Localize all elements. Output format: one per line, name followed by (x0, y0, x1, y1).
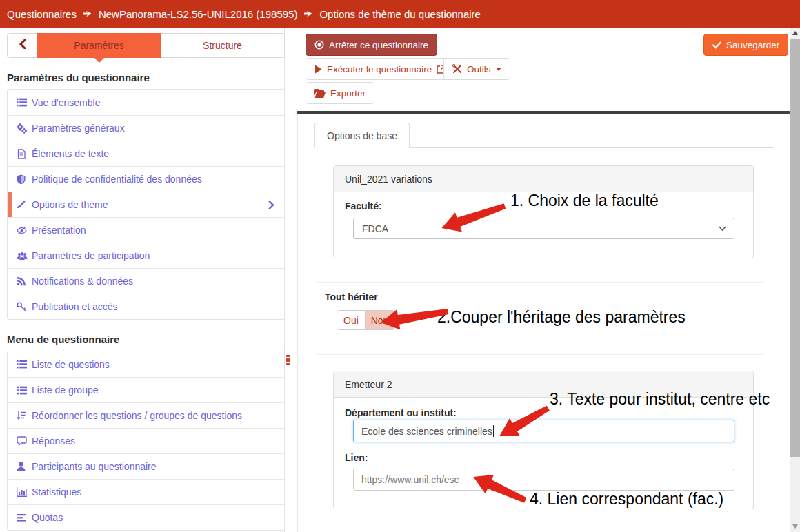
eye-slash-icon (17, 226, 32, 235)
department-label: Département ou institut: (345, 407, 457, 418)
sidebar-item-liste-de-groupe[interactable]: Liste de groupe (8, 377, 284, 402)
section-divider (317, 282, 763, 283)
export-label: Exporter (330, 88, 366, 99)
sidebar-menu-list: Liste de questions Liste de groupe Réord… (7, 351, 285, 531)
users-icon (17, 252, 32, 260)
sidebar-item-participants[interactable]: Participants au questionnaire (8, 453, 284, 479)
arrow-right-icon (303, 9, 313, 19)
link-input-value: https://www.unil.ch/esc (361, 474, 459, 485)
annotation-1: 1. Choix de la faculté (510, 192, 659, 210)
caret-down-icon (496, 68, 501, 71)
stop-record-icon (314, 40, 324, 50)
inherit-all-label: Tout hériter (325, 291, 378, 303)
sidebar-item-politique-confidentialite[interactable]: Politique de confidentialité des données (8, 166, 284, 192)
folder-open-icon (314, 89, 326, 98)
tab-options-de-base-label: Options de base (327, 130, 397, 141)
tools-label: Outils (467, 64, 491, 74)
link-input[interactable]: https://www.unil.ch/esc (353, 469, 734, 491)
shield-icon (17, 174, 32, 185)
tab-structure[interactable]: Structure (161, 33, 285, 58)
gears-icon (17, 123, 32, 134)
variations-panel-header: Unil_2021 variations (334, 166, 753, 192)
bar-chart-icon (17, 487, 32, 497)
paintbrush-icon (17, 200, 32, 209)
sidebar-item-elements-de-texte[interactable]: Éléments de texte (8, 141, 284, 166)
variations-panel: Unil_2021 variations Faculté: FDCA (333, 165, 754, 258)
sidebar-item-notifications-donnees[interactable]: Notifications & données (8, 268, 284, 294)
sidebar-tabs: Paramètres Structure (7, 33, 285, 58)
breadcrumb-questionnaires[interactable]: Questionnaires (7, 8, 77, 20)
export-button[interactable]: Exporter (306, 82, 374, 104)
annotation-3: 3. Texte pour institut, centre etc (550, 390, 770, 409)
annotation-4: 4. Lien correspondant (fac.) (530, 490, 723, 509)
chevron-down-icon (719, 226, 726, 231)
tab-structure-label: Structure (203, 40, 242, 51)
list-alt-icon (17, 385, 32, 396)
stop-survey-button[interactable]: Arrêter ce questionnaire (306, 34, 437, 56)
faculty-select-value: FDCA (362, 223, 388, 234)
reorder-icon (17, 411, 32, 420)
list-icon (17, 97, 32, 108)
key-icon (17, 302, 32, 311)
sidebar-item-parametres-participation[interactable]: Paramètres de participation (8, 243, 284, 268)
chevron-left-icon (19, 39, 26, 52)
stop-survey-label: Arrêter ce questionnaire (329, 40, 428, 50)
pane-resize-grip[interactable] (286, 355, 290, 366)
scroll-down-button[interactable] (790, 521, 800, 532)
active-tab-pointer (94, 58, 104, 63)
save-button[interactable]: Sauvegarder (703, 34, 788, 56)
document-icon (17, 149, 32, 159)
quota-bars-icon (17, 513, 32, 522)
list-icon (17, 359, 32, 369)
arrow-right-icon (83, 9, 92, 19)
top-navigation-bar: Questionnaires NewPanorama-LS2.56-UNIL20… (0, 0, 800, 28)
sidebar-item-parametres-generaux[interactable]: Paramètres généraux (8, 115, 284, 141)
breadcrumb-survey-name[interactable]: NewPanorama-LS2.56-UNIL2016 (198595) (99, 8, 298, 20)
comment-icon (17, 436, 32, 446)
sidebar-item-reordonner-questions[interactable]: Réordonner les questions / groupes de qu… (8, 402, 284, 428)
chevron-right-icon (268, 201, 274, 209)
header-shadow-divider (297, 111, 790, 114)
sidebar: Paramètres Structure Paramètres du quest… (7, 33, 285, 531)
rss-icon (17, 276, 32, 286)
run-survey-button[interactable]: Exécuter le questionnaire (306, 58, 454, 80)
sidebar-section1-title: Paramètres du questionnaire (7, 72, 285, 83)
collapse-sidebar-button[interactable] (7, 33, 37, 58)
sidebar-settings-list: Vue d'ensemble Paramètres généraux Éléme… (7, 89, 285, 320)
sidebar-item-presentation[interactable]: Présentation (8, 217, 284, 243)
breadcrumb-current-page: Options de thème du questionnaire (319, 8, 481, 20)
sidebar-item-reponses[interactable]: Réponses (8, 428, 284, 453)
scrollbar-thumb[interactable] (790, 39, 800, 457)
tab-parametres-label: Paramètres (74, 40, 123, 51)
play-icon (314, 65, 322, 74)
scroll-up-button[interactable] (790, 28, 800, 39)
faculty-select[interactable]: FDCA (353, 218, 734, 239)
check-icon (712, 41, 721, 49)
save-label: Sauvegarder (726, 40, 779, 50)
department-input-value: Ecole des sciences criminelles (361, 426, 492, 437)
sidebar-item-options-de-theme[interactable]: Options de thème (8, 192, 284, 217)
tools-icon (452, 64, 462, 74)
sidebar-item-vue-d-ensemble[interactable]: Vue d'ensemble (8, 90, 284, 115)
tools-dropdown-button[interactable]: Outils (443, 58, 510, 80)
section-divider (317, 354, 763, 355)
sidebar-item-statistiques[interactable]: Statistiques (8, 479, 284, 504)
vertical-scrollbar[interactable] (790, 28, 800, 532)
content-tabbar: Options de base (314, 123, 774, 148)
faculty-label: Faculté: (345, 201, 382, 212)
sidebar-section2-title: Menu de questionnaire (7, 334, 285, 345)
sidebar-item-liste-de-questions[interactable]: Liste de questions (8, 351, 284, 377)
run-survey-label: Exécuter le questionnaire (327, 64, 432, 74)
tab-parametres[interactable]: Paramètres (37, 33, 161, 58)
inherit-yes-button[interactable]: Oui (337, 310, 366, 330)
annotation-2: 2.Couper l'héritage des paramètres (437, 308, 686, 327)
user-icon (17, 462, 32, 471)
sidebar-item-quotas[interactable]: Quotas (8, 504, 284, 530)
sidebar-item-publication-acces[interactable]: Publication et accès (8, 294, 284, 319)
link-label: Lien: (345, 452, 368, 463)
tab-options-de-base[interactable]: Options de base (314, 123, 410, 148)
